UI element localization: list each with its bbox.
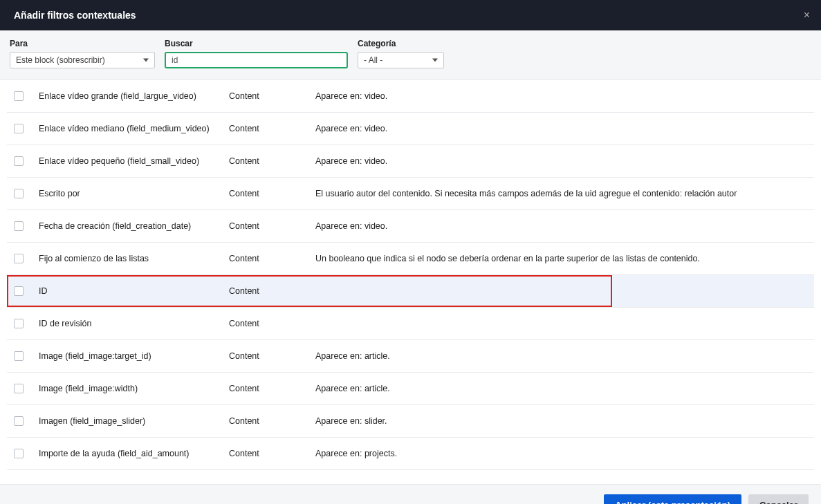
- table-row[interactable]: Enlace vídeo grande (field_largue_video)…: [7, 80, 814, 113]
- row-checkbox[interactable]: [14, 254, 24, 263]
- modal-footer: Aplicar (esta presentación) Cancelar: [0, 484, 821, 504]
- row-name: Importe de la ayuda (field_aid_amount): [39, 449, 229, 458]
- row-desc: Aparece en: article.: [315, 384, 807, 393]
- modal-header: Añadir filtros contextuales ×: [0, 0, 821, 30]
- para-select[interactable]: Este block (sobrescribir): [10, 52, 155, 68]
- filter-categoria: Categoría - All -: [358, 39, 444, 68]
- row-name: Enlace vídeo pequeño (field_small_video): [39, 156, 229, 166]
- row-checkbox[interactable]: [14, 156, 24, 166]
- table-row[interactable]: Imagen (field_image_slider) Content Apar…: [7, 405, 814, 438]
- row-name: ID: [39, 286, 229, 296]
- table-row[interactable]: ID de revisión Content: [7, 308, 814, 340]
- table-row[interactable]: Importe de la ayuda (field_aid_amount) C…: [7, 438, 814, 470]
- row-category: Content: [229, 319, 315, 328]
- filter-para: Para Este block (sobrescribir): [10, 39, 155, 68]
- row-category: Content: [229, 156, 315, 166]
- filter-bar: Para Este block (sobrescribir) Buscar Ca…: [0, 30, 821, 80]
- categoria-label: Categoría: [358, 39, 444, 48]
- row-desc: Aparece en: video.: [315, 156, 807, 166]
- close-button[interactable]: ×: [804, 9, 810, 21]
- row-checkbox[interactable]: [14, 384, 24, 393]
- row-checkbox[interactable]: [14, 124, 24, 133]
- row-desc: Aparece en: projects.: [315, 449, 807, 458]
- row-desc: Aparece en: video.: [315, 221, 807, 231]
- para-value: Este block (sobrescribir): [16, 55, 105, 65]
- row-category: Content: [229, 286, 315, 296]
- row-name: Escrito por: [39, 189, 229, 198]
- row-name: Image (field_image:width): [39, 384, 229, 393]
- filter-buscar: Buscar: [165, 39, 348, 68]
- table-row[interactable]: Image (field_image:width) Content Aparec…: [7, 373, 814, 405]
- table-row[interactable]: Fecha de creación (field_creation_date) …: [7, 210, 814, 243]
- row-name: Enlace vídeo mediano (field_medium_video…: [39, 124, 229, 133]
- row-checkbox[interactable]: [14, 286, 24, 296]
- buscar-label: Buscar: [165, 39, 348, 48]
- row-desc: Un booleano que indica si el nodo se deb…: [315, 254, 807, 263]
- row-name: Image (field_image:target_id): [39, 351, 229, 361]
- categoria-select[interactable]: - All -: [358, 52, 444, 68]
- modal-title: Añadir filtros contextuales: [14, 10, 136, 21]
- row-category: Content: [229, 351, 315, 361]
- row-category: Content: [229, 124, 315, 133]
- row-checkbox[interactable]: [14, 449, 24, 458]
- row-checkbox[interactable]: [14, 416, 24, 426]
- row-desc: Aparece en: video.: [315, 124, 807, 133]
- row-desc: Aparece en: video.: [315, 91, 807, 101]
- row-name: Imagen (field_image_slider): [39, 416, 229, 426]
- row-name: Fijo al comienzo de las listas: [39, 254, 229, 263]
- row-name: ID de revisión: [39, 319, 229, 328]
- row-checkbox[interactable]: [14, 351, 24, 361]
- row-checkbox[interactable]: [14, 221, 24, 231]
- table-row[interactable]: Enlace vídeo pequeño (field_small_video)…: [7, 145, 814, 178]
- row-category: Content: [229, 416, 315, 426]
- chevron-down-icon: [432, 59, 438, 62]
- chevron-down-icon: [143, 59, 149, 62]
- row-category: Content: [229, 254, 315, 263]
- table-row[interactable]: Escrito por Content El usuario autor del…: [7, 178, 814, 210]
- para-label: Para: [10, 39, 155, 48]
- row-desc: Aparece en: article.: [315, 351, 807, 361]
- row-desc: Aparece en: slider.: [315, 416, 807, 426]
- cancel-button[interactable]: Cancelar: [748, 494, 809, 504]
- row-name: Fecha de creación (field_creation_date): [39, 221, 229, 231]
- rows-container: Enlace vídeo grande (field_largue_video)…: [0, 80, 821, 484]
- row-name: Enlace vídeo grande (field_largue_video): [39, 91, 229, 101]
- row-category: Content: [229, 189, 315, 198]
- row-checkbox[interactable]: [14, 189, 24, 198]
- row-checkbox[interactable]: [14, 91, 24, 101]
- categoria-value: - All -: [364, 55, 382, 65]
- table-row[interactable]: Image (field_image:target_id) Content Ap…: [7, 340, 814, 373]
- apply-button[interactable]: Aplicar (esta presentación): [604, 494, 741, 504]
- row-category: Content: [229, 221, 315, 231]
- search-input[interactable]: [165, 52, 348, 68]
- table-row[interactable]: Enlace vídeo mediano (field_medium_video…: [7, 113, 814, 145]
- row-category: Content: [229, 384, 315, 393]
- row-category: Content: [229, 91, 315, 101]
- row-category: Content: [229, 449, 315, 458]
- row-desc: El usuario autor del contenido. Si neces…: [315, 189, 807, 198]
- table-row-id[interactable]: ID Content: [7, 275, 814, 308]
- row-checkbox[interactable]: [14, 319, 24, 328]
- table-row[interactable]: Fijo al comienzo de las listas Content U…: [7, 243, 814, 275]
